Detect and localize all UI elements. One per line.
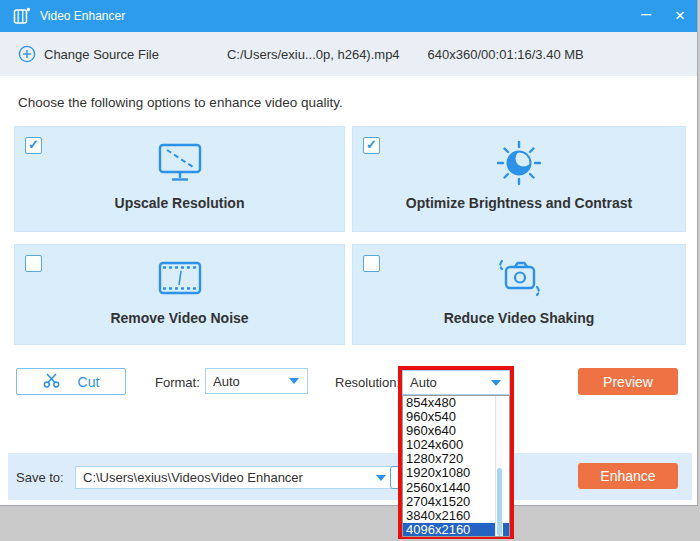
source-file-path: C:/Users/exiu...0p, h264).mp4 <box>227 47 400 62</box>
scrollbar-thumb[interactable] <box>497 468 502 536</box>
cut-label: Cut <box>78 374 100 390</box>
change-source-file-button[interactable]: Change Source File <box>44 47 159 62</box>
resolution-option[interactable]: 4096x2160 <box>403 523 509 537</box>
option-card-optimize-brightness[interactable]: ✓ Optimize Brightness and Contrast <box>352 126 686 232</box>
chevron-down-icon <box>491 380 501 386</box>
resolution-option[interactable]: 854x480 <box>403 396 509 410</box>
plus-circle-icon[interactable] <box>18 45 36 63</box>
resolution-option[interactable]: 1024x600 <box>403 438 509 452</box>
format-select[interactable]: Auto <box>205 368 308 394</box>
resolution-option[interactable]: 3840x2160 <box>403 509 509 523</box>
chevron-down-icon <box>376 475 386 481</box>
format-label: Format: <box>155 375 200 390</box>
optimize-brightness-checkbox[interactable]: ✓ <box>363 137 380 154</box>
resolution-option[interactable]: 1280x720 <box>403 452 509 466</box>
chevron-down-icon <box>289 378 299 384</box>
resolution-option[interactable]: 2704x1520 <box>403 495 509 509</box>
reduce-shaking-checkbox[interactable]: ✓ <box>363 255 380 272</box>
format-value: Auto <box>213 374 240 389</box>
film-strip-icon <box>156 255 204 301</box>
enhance-button[interactable]: Enhance <box>578 463 678 489</box>
resolution-dropdown-list: 854x480960x540960x6401024x6001280x720192… <box>402 395 510 537</box>
screen: Video Enhancer – × Change Source File C:… <box>0 0 700 541</box>
option-label: Upscale Resolution <box>115 195 245 211</box>
camera-shake-icon <box>494 255 544 301</box>
titlebar: Video Enhancer – × <box>0 0 697 33</box>
resolution-value: Auto <box>410 375 437 390</box>
resolution-option[interactable]: 1920x1080 <box>403 466 509 480</box>
window-title: Video Enhancer <box>40 9 125 23</box>
close-button[interactable]: × <box>663 0 697 32</box>
scissors-icon <box>43 372 60 391</box>
sun-brightness-icon <box>495 140 543 186</box>
upscale-resolution-checkbox[interactable]: ✓ <box>25 137 42 154</box>
save-path-input[interactable]: C:\Users\exius\VideosVideo Enhancer <box>75 466 395 489</box>
dropdown-scrollbar[interactable] <box>495 396 503 536</box>
resolution-option[interactable]: 960x640 <box>403 424 509 438</box>
preview-button[interactable]: Preview <box>578 368 678 395</box>
option-label: Reduce Video Shaking <box>444 310 595 326</box>
option-label: Optimize Brightness and Contrast <box>406 195 632 211</box>
save-to-label: Save to: <box>16 470 64 485</box>
option-card-remove-noise[interactable]: ✓ Remove Video Noise <box>14 244 345 345</box>
resolution-option[interactable]: 2560x1440 <box>403 481 509 495</box>
source-file-info: 640x360/00:01:16/3.40 MB <box>428 47 584 62</box>
monitor-upscale-icon <box>156 140 204 186</box>
cut-button[interactable]: Cut <box>16 368 126 395</box>
resolution-label: Resolution: <box>335 375 400 390</box>
option-label: Remove Video Noise <box>110 310 248 326</box>
option-card-upscale-resolution[interactable]: ✓ Upscale Resolution <box>14 126 345 232</box>
video-enhancer-logo-icon <box>12 6 32 26</box>
minimize-button[interactable]: – <box>629 0 663 35</box>
source-bar: Change Source File C:/Users/exiu...0p, h… <box>0 32 697 76</box>
video-enhancer-window: Video Enhancer – × Change Source File C:… <box>0 0 698 506</box>
resolution-select[interactable]: Auto <box>402 370 510 395</box>
instruction-text: Choose the following options to enhance … <box>18 95 343 110</box>
save-path-value: C:\Users\exius\VideosVideo Enhancer <box>83 470 303 485</box>
remove-noise-checkbox[interactable]: ✓ <box>25 255 42 272</box>
option-card-reduce-shaking[interactable]: ✓ Reduce Video Shaking <box>352 244 686 345</box>
resolution-option[interactable]: 960x540 <box>403 410 509 424</box>
